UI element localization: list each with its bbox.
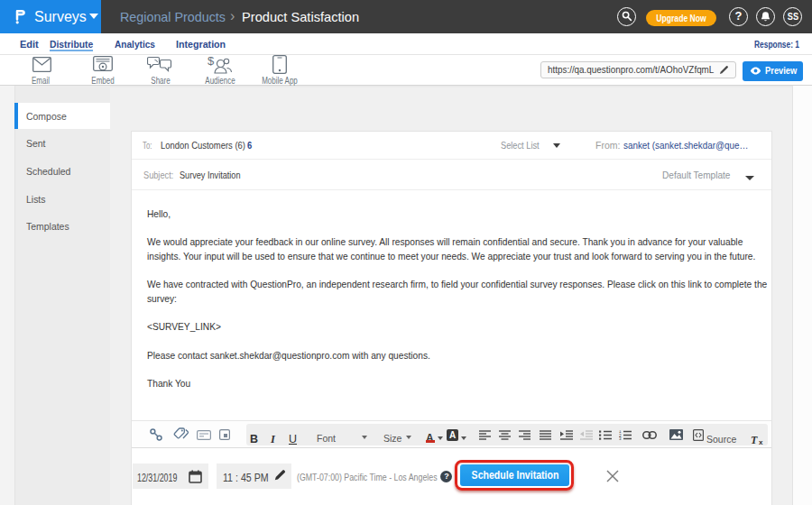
svg-text:3: 3 [619, 436, 622, 440]
svg-text:$: $ [208, 55, 215, 68]
